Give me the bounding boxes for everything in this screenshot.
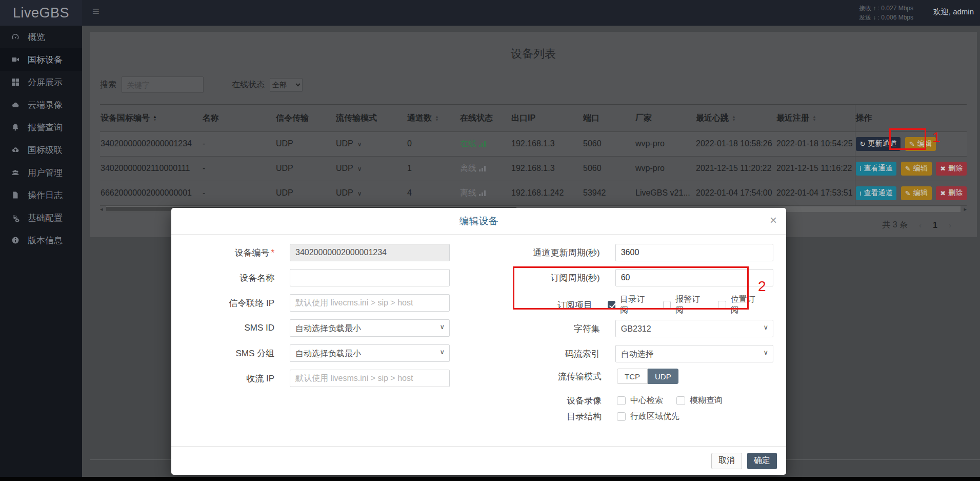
next-page-icon[interactable]: ›	[949, 221, 951, 229]
col-name: 名称	[202, 105, 275, 131]
sidebar-item-version-info[interactable]: 版本信息	[0, 229, 82, 252]
fuzzy-query-checkbox[interactable]: 模糊查询	[676, 395, 723, 406]
sidebar-item-label: 国标设备	[28, 54, 63, 66]
sidebar-item-basic-config[interactable]: 基础配置	[0, 206, 82, 229]
scroll-right-icon[interactable]: ▸	[961, 206, 967, 213]
table-header-row: 设备国标编号▲▼ 名称 信令传输 流传输模式 通道数▲▼ 在线状态 出口IP 端…	[100, 105, 967, 131]
close-icon[interactable]: ×	[770, 214, 777, 226]
stream-mode-dropdown[interactable]: UDP∨	[335, 131, 407, 156]
signal-ip-field[interactable]	[290, 294, 450, 312]
sidebar-item-label: 分屏展示	[28, 76, 63, 88]
sms-group-select[interactable]: 自动选择负载最小	[290, 344, 450, 362]
stream-index-select[interactable]: 自动选择	[615, 345, 773, 362]
total-count: 共 3 条	[882, 220, 908, 230]
col-actions: 操作	[855, 105, 967, 131]
stream-mode-dropdown[interactable]: UDP∨	[335, 181, 407, 205]
sort-icon: ▲▼	[732, 116, 736, 122]
annotation-number-2: 2	[758, 278, 766, 295]
col-ip: 出口IP	[511, 105, 583, 131]
sidebar-item-label: 云端录像	[28, 99, 63, 111]
modal-header: 编辑设备 ×	[171, 208, 786, 235]
status-badge: 离线	[459, 181, 511, 205]
col-channels[interactable]: 通道数▲▼	[407, 105, 459, 131]
edit-button[interactable]: ✎编辑	[901, 186, 932, 200]
page-title: 设备列表	[90, 32, 977, 62]
channel-refresh-field[interactable]	[615, 244, 773, 261]
search-input[interactable]	[122, 76, 204, 93]
sidebar-item-gb-cascade[interactable]: 国标级联	[0, 139, 82, 161]
hamburger-menu-icon[interactable]: ≡	[92, 4, 99, 18]
video-camera-icon	[11, 55, 21, 64]
sidebar-item-label: 用户管理	[28, 167, 63, 179]
stream-mode-dropdown[interactable]: UDP∨	[335, 156, 407, 181]
col-signal: 信令传输	[275, 105, 335, 131]
edit-device-modal: 编辑设备 × 设备编号* 设备名称 信令联络 IP SMS ID	[171, 208, 786, 475]
ok-button[interactable]: 确定	[747, 453, 777, 469]
sidebar-item-split-screen[interactable]: 分屏展示	[0, 71, 82, 93]
modal-body: 设备编号* 设备名称 信令联络 IP SMS ID 自动选择负载最小∨ SMS …	[171, 235, 786, 430]
col-vendor: 厂家	[635, 105, 695, 131]
col-device-id[interactable]: 设备国标编号▲▼	[100, 105, 202, 131]
view-channels-button[interactable]: i查看通道	[856, 162, 897, 176]
col-registered[interactable]: 最近注册▲▼	[776, 105, 855, 131]
required-asterisk: *	[271, 248, 274, 258]
gears-icon	[11, 214, 21, 222]
edit-icon: ✎	[905, 165, 911, 172]
recv-ip-label: 收流 IP	[184, 373, 290, 384]
online-status-select[interactable]: 全部	[270, 78, 303, 92]
col-heartbeat[interactable]: 最近心跳▲▼	[695, 105, 776, 131]
annotation-box-1	[889, 128, 926, 150]
chevron-down-icon: ∨	[357, 141, 362, 148]
recv-ip-field[interactable]	[290, 370, 450, 387]
delete-button[interactable]: ✖删除	[936, 186, 967, 200]
udp-option[interactable]: UDP	[648, 369, 678, 384]
signal-bars-icon	[479, 190, 486, 196]
status-badge[interactable]: 在线	[459, 131, 511, 156]
device-id-label: 设备编号*	[184, 247, 290, 259]
signal-bars-icon	[479, 165, 486, 171]
info-icon: i	[860, 189, 862, 197]
cell-device-id: 66620000002000000001	[100, 181, 202, 205]
tcp-option[interactable]: TCP	[617, 369, 648, 384]
sidebar: LiveGBS 概览 国标设备 分屏展示 云端录像 报警查询 国标级联 用户管理	[0, 0, 82, 477]
arrow-down-icon: ↓	[873, 14, 876, 21]
delete-button[interactable]: ✖删除	[936, 162, 967, 176]
prev-page-icon[interactable]: ‹	[919, 221, 922, 229]
sidebar-item-alarm-query[interactable]: 报警查询	[0, 116, 82, 139]
info-circle-icon	[11, 236, 21, 244]
chevron-down-icon: ∨	[357, 190, 362, 197]
edit-icon: ✎	[905, 189, 911, 197]
charset-select[interactable]: GB2312	[615, 320, 773, 337]
cloud-icon	[11, 101, 21, 109]
close-icon: ✖	[940, 189, 946, 197]
users-icon	[11, 168, 21, 177]
device-id-field	[290, 244, 450, 261]
sidebar-item-user-management[interactable]: 用户管理	[0, 161, 82, 184]
cell-device-id: 34020000002000001234	[100, 131, 202, 156]
table-row: 34020000002000001234 - UDP UDP∨ 0 在线 192…	[100, 131, 967, 156]
document-icon	[11, 191, 21, 199]
cancel-button[interactable]: 取消	[711, 453, 742, 469]
sidebar-item-overview[interactable]: 概览	[0, 26, 82, 48]
welcome-user[interactable]: 欢迎, admin	[933, 7, 974, 17]
device-name-field[interactable]	[290, 269, 450, 286]
sidebar-item-gb-devices[interactable]: 国标设备	[0, 48, 82, 71]
scroll-left-icon[interactable]: ◂	[100, 206, 106, 213]
annotation-box-2	[513, 266, 749, 310]
topbar: ≡ 接收 ↑ : 0.027 Mbps 发送 ↓ : 0.006 Mbps 欢迎…	[82, 0, 980, 26]
annotation-number-1: 1	[932, 129, 941, 146]
edit-button[interactable]: ✎编辑	[901, 162, 932, 176]
center-search-checkbox[interactable]: 中心检索	[617, 395, 663, 406]
sms-id-select[interactable]: 自动选择负载最小	[290, 319, 450, 337]
view-channels-button[interactable]: i查看通道	[856, 186, 897, 200]
info-icon: i	[860, 165, 862, 172]
admin-region-checkbox[interactable]: 行政区域优先	[617, 411, 679, 422]
col-stream-mode: 流传输模式	[335, 105, 407, 131]
sidebar-item-label: 基础配置	[28, 212, 63, 224]
modal-left-column: 设备编号* 设备名称 信令联络 IP SMS ID 自动选择负载最小∨ SMS …	[184, 244, 471, 430]
sidebar-item-cloud-record[interactable]: 云端录像	[0, 93, 82, 116]
sidebar-item-operation-log[interactable]: 操作日志	[0, 184, 82, 206]
current-page[interactable]: 1	[933, 221, 937, 230]
status-badge: 离线	[459, 156, 511, 181]
checkbox-icon	[617, 412, 626, 421]
